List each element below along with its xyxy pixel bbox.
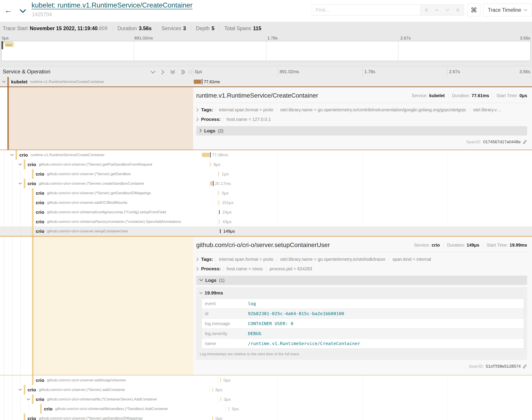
deep-link-icon[interactable] [522, 140, 527, 144]
trace-title-link[interactable]: kubelet: runtime.v1.RuntimeService/Creat… [31, 1, 192, 9]
collapse-all-icon[interactable] [170, 70, 175, 75]
chevron-down-icon[interactable] [16, 182, 24, 185]
duration-bar[interactable] [219, 200, 219, 205]
logs-section-collapsed[interactable]: Logs (2) [196, 126, 527, 135]
span-name-cell[interactable]: crio github.com/cri-o/cri-o/server.(*Ser… [0, 179, 210, 188]
span-row[interactable]: crio github.com/cri-o/cri-o/server.(*Ser… [0, 188, 532, 198]
next-result-icon[interactable] [443, 6, 452, 15]
span-name-cell[interactable]: crio runtime.v1.RuntimeService/CreateCon… [0, 150, 202, 160]
span-row[interactable]: crio github.com/cri-o/cri-o/internal/fac… [0, 217, 532, 226]
span-name-cell[interactable]: crio github.com/cri-o/cri-o/server.(*Ser… [0, 169, 218, 179]
span-name-cell[interactable]: crio github.com/cri-o/cri-o/internal/con… [0, 207, 218, 217]
process-row[interactable]: Process: host.name = 127.0.0.1 [196, 117, 527, 122]
span-row[interactable]: crio github.com/cri-o/cri-o/server.(*Ser… [0, 169, 532, 179]
span-name-cell[interactable]: crio github.com/cri-o/cri-o/internal/lib… [0, 394, 218, 404]
collapse-one-icon[interactable] [151, 70, 155, 75]
span-row[interactable]: crio github.com/cri-o/cri-o/server.(*Ser… [0, 179, 532, 188]
tags-row[interactable]: Tags: internal.span.format = proto otel.… [196, 256, 527, 262]
viewport-scrubber[interactable] [1, 41, 3, 49]
column-resize-handle[interactable] [189, 70, 192, 74]
span-timeline-cell[interactable]: 77.08ms [202, 150, 532, 160]
duration-bar[interactable] [229, 407, 229, 411]
duration-bar[interactable] [194, 80, 201, 84]
span-name-cell[interactable]: crio github.com/cri-o/cri-o/server.(*Ser… [0, 160, 210, 169]
log-entry-header[interactable]: 19.99ms [199, 290, 524, 296]
duration-bar[interactable] [219, 191, 219, 195]
chevron-down-icon[interactable] [25, 398, 32, 401]
span-row[interactable]: crio github.com/cri-o/cri-o/server.addIm… [0, 375, 532, 385]
chevron-down-icon[interactable] [8, 154, 16, 156]
span-timeline-cell[interactable]: 3μs [218, 394, 532, 404]
span-timeline-cell[interactable]: 1μs [218, 169, 532, 179]
span-row[interactable]: crio github.com/cri-o/cri-o/server.(*Ser… [0, 160, 532, 169]
process-row[interactable]: Process: host.name = nixos process.pid =… [196, 266, 527, 271]
locate-icon[interactable] [422, 6, 431, 15]
span-row[interactable]: crio runtime.v1.RuntimeService/CreateCon… [0, 150, 532, 160]
span-color-bar [7, 87, 9, 150]
keyboard-shortcuts-button[interactable]: ⌘ [468, 3, 480, 16]
duration-bar[interactable] [219, 210, 220, 214]
span-name-cell[interactable]: crio github.com/cri-o/cri-o/server.addIm… [0, 375, 218, 385]
tags-row[interactable]: Tags: internal.span.format = proto otel.… [196, 107, 527, 112]
span-name-cell[interactable]: crio github.com/cri-o/cri-o/server.addOC… [0, 198, 218, 207]
duration-bar[interactable] [210, 162, 211, 166]
span-timeline-cell[interactable]: 0μs [218, 188, 532, 198]
span-timeline-cell[interactable]: 151μs [218, 198, 532, 207]
span-name-cell[interactable]: crio github.com/cri-o/cri-o/server.(*Ser… [0, 414, 210, 420]
chevron-down-icon[interactable] [16, 163, 24, 166]
span-timeline-cell[interactable]: 6μs [210, 385, 532, 394]
duration-bar[interactable] [212, 388, 213, 392]
minimap-canvas[interactable] [1, 41, 531, 61]
duration-bar[interactable] [220, 378, 221, 382]
duration-bar[interactable] [220, 229, 221, 233]
span-name-cell[interactable]: crio github.com/cri-o/cri-o/server.(*Ser… [0, 188, 218, 198]
chevron-down-icon [199, 292, 203, 294]
duration-bar[interactable] [212, 416, 213, 420]
span-timeline-cell[interactable]: 0μs [226, 404, 532, 414]
find-bar [312, 4, 464, 15]
expand-all-icon[interactable] [181, 70, 186, 75]
duration-bar[interactable] [202, 153, 209, 157]
span-name-cell[interactable]: crio github.com/cri-o/cri-o/server.setup… [0, 226, 218, 236]
span-row[interactable]: crio github.com/cri-o/cri-o/internal/lib… [0, 394, 532, 404]
expand-one-icon[interactable] [161, 70, 164, 75]
span-row[interactable]: crio github.com/cri-o/cri-o/internal/lib… [0, 404, 532, 414]
back-button[interactable]: ← [3, 5, 14, 15]
deep-link-icon[interactable] [522, 364, 527, 369]
logs-count: (1) [219, 278, 224, 283]
span-name-cell[interactable]: crio github.com/cri-o/cri-o/internal/lib… [0, 404, 226, 414]
chevron-down-icon[interactable] [16, 389, 24, 391]
collapse-trace-header-icon[interactable] [19, 9, 26, 14]
clear-search-icon[interactable] [454, 6, 462, 15]
logs-section-expanded[interactable]: Logs (1) [196, 276, 527, 285]
duration-bar[interactable] [220, 397, 221, 401]
duration-bar[interactable] [219, 220, 220, 224]
span-timeline-cell[interactable]: 0μs [210, 414, 532, 420]
span-name-cell[interactable]: kubelet runtime.v1.RuntimeService/Create… [0, 77, 193, 87]
span-row[interactable]: crio github.com/cri-o/cri-o/server.(*Ser… [0, 385, 532, 394]
service-name: crio [36, 210, 44, 215]
span-row[interactable]: kubelet runtime.v1.RuntimeService/Create… [0, 77, 532, 87]
span-row[interactable]: crio github.com/cri-o/cri-o/internal/con… [0, 207, 532, 217]
span-timeline-cell[interactable]: 0μs [218, 375, 532, 385]
chevron-down-icon[interactable] [0, 80, 7, 83]
span-timeline-cell[interactable]: 24μs [218, 207, 532, 217]
span-color-bar [32, 226, 33, 236]
span-timeline-cell[interactable]: 20.17ms [210, 179, 532, 188]
duration-bar[interactable] [210, 181, 212, 186]
span-timeline-cell[interactable]: 8μs [210, 160, 532, 169]
span-row[interactable]: crio github.com/cri-o/cri-o/server.(*Ser… [0, 414, 532, 420]
duration-label: 3μs [224, 397, 231, 402]
span-name-cell[interactable]: crio github.com/cri-o/cri-o/server.(*Ser… [0, 385, 210, 394]
span-row[interactable]: crio github.com/cri-o/cri-o/server.setup… [0, 226, 532, 236]
span-name-cell[interactable]: crio github.com/cri-o/cri-o/internal/fac… [0, 217, 218, 226]
find-input[interactable] [312, 5, 420, 15]
span-timeline-cell[interactable]: 43μs [218, 217, 532, 226]
span-row[interactable]: crio github.com/cri-o/cri-o/server.addOC… [0, 198, 532, 207]
trace-view-selector[interactable]: Trace Timeline [483, 3, 532, 16]
operation-name: github.com/cri-o/cri-o/server.setupConta… [47, 229, 128, 234]
span-timeline-cell[interactable]: 77.61ms [193, 77, 532, 87]
span-timeline-cell[interactable]: 149μs [218, 226, 532, 236]
duration-bar[interactable] [219, 172, 219, 176]
prev-result-icon[interactable] [432, 6, 441, 15]
